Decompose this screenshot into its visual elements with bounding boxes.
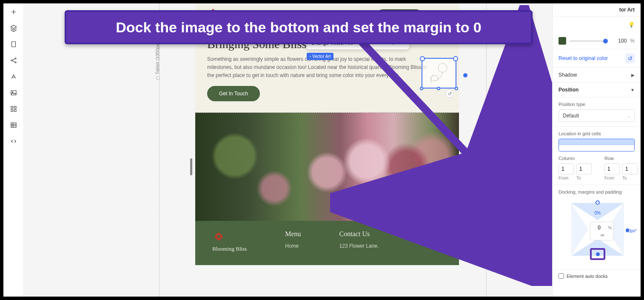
auto-dock-checkbox[interactable] <box>559 273 564 279</box>
svg-point-23 <box>220 235 222 238</box>
undo-icon[interactable]: ↺ <box>445 89 454 98</box>
left-toolbar <box>3 3 24 297</box>
column-label: Column <box>559 156 592 161</box>
margin-input[interactable] <box>592 225 607 231</box>
resize-handle-right[interactable] <box>462 158 464 175</box>
layers-icon[interactable] <box>9 24 18 32</box>
position-section[interactable]: Position▼ <box>553 83 641 97</box>
svg-point-22 <box>215 235 217 238</box>
color-swatch[interactable] <box>559 37 566 45</box>
svg-point-20 <box>431 76 439 81</box>
instruction-callout: Dock the image to the bottom and set the… <box>65 10 533 44</box>
svg-rect-0 <box>11 42 15 47</box>
svg-point-28 <box>219 237 222 240</box>
row-label: Row <box>604 156 638 161</box>
chevron-down-icon: ▼ <box>630 88 635 92</box>
grid-location-label: Location in grid cells <box>559 131 635 136</box>
docking-label: Docking, margins and padding <box>559 189 635 194</box>
selected-element[interactable]: ↺ <box>422 58 456 89</box>
link-icon[interactable]: ⫘ <box>600 232 604 237</box>
text-icon[interactable] <box>9 72 18 81</box>
table-icon[interactable] <box>9 121 18 129</box>
svg-point-3 <box>15 62 16 63</box>
chevron-right-icon: ▶ <box>631 73 635 77</box>
vector-art-badge: Vector Art <box>307 53 333 60</box>
column-from-input[interactable] <box>559 163 574 174</box>
footer-menu: Menu Home <box>285 230 301 252</box>
docking-widget: 0% % ⫘ 30px* <box>559 197 635 265</box>
footer-menu-heading: Menu <box>285 230 301 238</box>
reset-color-link[interactable]: Reset to original color ↺ <box>553 49 641 68</box>
svg-rect-6 <box>11 106 13 109</box>
code-icon[interactable] <box>9 137 18 146</box>
svg-rect-9 <box>14 110 16 112</box>
svg-point-24 <box>217 238 220 240</box>
share-icon[interactable] <box>9 56 18 65</box>
add-icon[interactable] <box>9 8 18 16</box>
page-icon[interactable] <box>9 40 18 49</box>
site-footer: Blooming Bliss Menu Home Contact Us 123 … <box>195 221 459 265</box>
opacity-value[interactable]: 100 <box>611 38 627 44</box>
dock-top-handle[interactable] <box>596 200 600 205</box>
margin-input-box: % ⫘ <box>590 222 614 240</box>
svg-rect-10 <box>11 123 16 128</box>
image-icon[interactable] <box>9 89 18 97</box>
row-from-input[interactable] <box>604 163 620 174</box>
svg-point-21 <box>217 233 220 235</box>
svg-point-2 <box>15 58 16 59</box>
svg-point-1 <box>11 60 12 61</box>
extend-handle[interactable] <box>463 73 467 77</box>
dock-top-value: 0% <box>571 211 624 215</box>
footer-contact-heading: Contact Us <box>339 230 379 238</box>
position-type-select[interactable]: Default⌵ <box>559 109 635 122</box>
dock-right-handle[interactable] <box>626 229 629 232</box>
footer-site-name: Blooming Bliss <box>212 246 247 252</box>
position-type-label: Position type <box>559 102 635 107</box>
opacity-row: 100 % <box>553 33 641 49</box>
inspector-panel: tor Art 💡 100 % Reset to original color … <box>552 3 641 297</box>
footer-logo[interactable]: Blooming Bliss <box>212 230 247 252</box>
shadow-section[interactable]: Shadow▶ <box>553 68 641 83</box>
footer-link-home[interactable]: Home <box>285 243 301 249</box>
svg-point-27 <box>216 237 218 240</box>
svg-point-26 <box>219 234 222 236</box>
panel-title: tor Art <box>553 3 641 17</box>
auto-dock-row: Element auto docks <box>553 270 641 282</box>
apps-icon[interactable] <box>9 105 18 113</box>
dock-bottom-target[interactable] <box>590 248 605 260</box>
footer-address: 123 Flower Lane, <box>339 243 379 249</box>
svg-rect-7 <box>14 106 16 109</box>
hint-icon[interactable]: 💡 <box>553 17 641 33</box>
tablet-frame: Blooming Bliss Contact Us Bringing Some … <box>159 3 487 297</box>
resize-handle-left[interactable] <box>190 158 192 175</box>
column-to-input[interactable] <box>576 163 592 174</box>
svg-rect-4 <box>11 91 16 95</box>
footer-contact: Contact Us 123 Flower Lane, <box>339 230 379 252</box>
row-to-input[interactable] <box>622 163 638 174</box>
flower-image[interactable] <box>195 113 459 221</box>
opacity-slider[interactable] <box>570 40 608 42</box>
reset-icon[interactable]: ↺ <box>625 54 635 63</box>
svg-rect-8 <box>11 110 13 112</box>
percent-label: % <box>630 38 635 44</box>
auto-dock-label: Element auto docks <box>567 274 608 279</box>
svg-point-19 <box>438 63 447 72</box>
svg-point-25 <box>216 234 218 236</box>
get-in-touch-button[interactable]: Get In Touch <box>207 86 260 101</box>
canvas: Tablet (1000px and Blooming Bliss Contac… <box>24 3 552 297</box>
grid-location-widget[interactable] <box>559 139 635 151</box>
margin-unit: % <box>608 226 612 230</box>
